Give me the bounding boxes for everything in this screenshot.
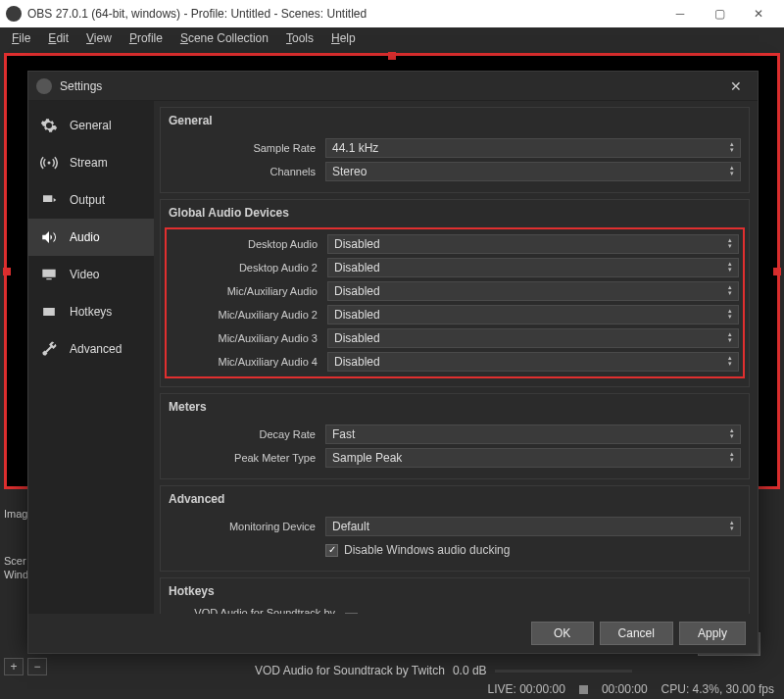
settings-dialog: Settings ✕ General Stream Output Audio xyxy=(27,71,759,654)
sidebar-item-general[interactable]: General xyxy=(28,107,154,144)
sidebar-item-video[interactable]: Video xyxy=(28,256,154,293)
sidebar-item-label: Stream xyxy=(70,156,108,170)
desktop-audio-2-label: Desktop Audio 2 xyxy=(171,262,327,274)
sidebar-item-output[interactable]: Output xyxy=(28,181,154,219)
panel-title: Meters xyxy=(161,394,749,420)
panel-general: General Sample Rate 44.1 kHz▴▾ Channels … xyxy=(160,107,750,193)
menu-scene-collection[interactable]: Scene Collection xyxy=(172,29,276,47)
menubar: File Edit View Profile Scene Collection … xyxy=(0,27,784,49)
checkbox-icon xyxy=(345,613,358,615)
resize-handle-top[interactable] xyxy=(388,52,396,60)
resize-handle-left[interactable] xyxy=(3,268,11,275)
sidebar-item-advanced[interactable]: Advanced xyxy=(28,330,154,368)
desktop-audio-select[interactable]: Disabled▴▾ xyxy=(327,234,739,254)
checkbox-icon: ✓ xyxy=(325,544,338,557)
decay-rate-select[interactable]: Fast▴▾ xyxy=(325,424,741,444)
mic-aux-3-label: Mic/Auxiliary Audio 3 xyxy=(171,332,327,344)
menu-file[interactable]: File xyxy=(4,29,38,47)
panel-meters: Meters Decay RateFast▴▾ Peak Meter TypeS… xyxy=(160,393,750,479)
gear-icon xyxy=(38,117,60,134)
maximize-button[interactable]: ▢ xyxy=(700,0,739,27)
audio-meter xyxy=(495,670,632,673)
obs-logo-icon xyxy=(6,6,22,22)
menu-help[interactable]: Help xyxy=(323,29,364,47)
sidebar-item-label: Audio xyxy=(70,230,100,244)
settings-title: Settings xyxy=(60,79,722,93)
menu-edit[interactable]: Edit xyxy=(40,29,76,47)
peak-meter-select[interactable]: Sample Peak▴▾ xyxy=(325,448,741,468)
sidebar-item-hotkeys[interactable]: Hotkeys xyxy=(28,293,154,330)
status-rec: 00:00:00 xyxy=(602,682,648,696)
cancel-button[interactable]: Cancel xyxy=(600,622,673,645)
settings-sidebar: General Stream Output Audio Video Hotkey… xyxy=(28,101,154,614)
window-titlebar: OBS 27.0.1 (64-bit, windows) - Profile: … xyxy=(0,0,784,27)
ok-button[interactable]: OK xyxy=(531,622,594,645)
settings-footer: OK Cancel Apply xyxy=(28,614,758,653)
panel-advanced: Advanced Monitoring DeviceDefault▴▾ ✓Dis… xyxy=(160,485,750,572)
peak-meter-label: Peak Meter Type xyxy=(169,452,325,464)
disable-ducking-label: Disable Windows audio ducking xyxy=(344,543,510,557)
minimize-button[interactable]: ─ xyxy=(661,0,700,27)
apply-button[interactable]: Apply xyxy=(679,622,746,645)
statusbar: LIVE: 00:00:00 00:00:00 CPU: 4.3%, 30.00… xyxy=(0,679,784,699)
vod-audio-label: VOD Audio for Soundtrack by Twitch xyxy=(169,607,345,614)
mic-aux-4-select[interactable]: Disabled▴▾ xyxy=(327,352,739,372)
channels-select[interactable]: Stereo▴▾ xyxy=(325,162,741,181)
desktop-audio-2-select[interactable]: Disabled▴▾ xyxy=(327,258,739,277)
panel-title: General xyxy=(161,108,749,133)
close-button[interactable]: ✕ xyxy=(739,0,778,27)
panel-global-audio-devices: Global Audio Devices Desktop AudioDisabl… xyxy=(160,199,750,387)
settings-close-button[interactable]: ✕ xyxy=(722,78,750,94)
antenna-icon xyxy=(38,154,60,172)
audio-mixer-db: 0.0 dB xyxy=(453,664,487,677)
add-source-button[interactable]: + xyxy=(4,658,24,675)
sidebar-item-label: Video xyxy=(70,268,99,281)
menu-profile[interactable]: Profile xyxy=(122,29,171,47)
panel-title: Advanced xyxy=(161,486,749,512)
sidebar-item-audio[interactable]: Audio xyxy=(28,219,154,256)
panel-hotkeys: Hotkeys VOD Audio for Soundtrack by Twit… xyxy=(160,577,750,614)
sidebar-item-label: Output xyxy=(70,193,105,207)
monitoring-device-select[interactable]: Default▴▾ xyxy=(325,517,741,536)
panel-title: Hotkeys xyxy=(161,578,749,604)
status-cpu: CPU: 4.3%, 30.00 fps xyxy=(662,682,774,696)
sidebar-item-stream[interactable]: Stream xyxy=(28,144,154,181)
disable-ducking-checkbox[interactable]: ✓Disable Windows audio ducking xyxy=(325,543,741,557)
monitoring-device-label: Monitoring Device xyxy=(169,521,325,532)
dock-scenes-label: Scer xyxy=(4,555,27,567)
dock-images-label: Imag xyxy=(4,508,27,520)
remove-source-button[interactable]: − xyxy=(27,658,47,675)
window-title: OBS 27.0.1 (64-bit, windows) - Profile: … xyxy=(27,7,661,21)
audio-mixer-row: VOD Audio for Soundtrack by Twitch 0.0 d… xyxy=(255,664,632,677)
dock-windows-label: Wind xyxy=(4,569,27,580)
sidebar-item-label: General xyxy=(70,119,112,132)
sample-rate-select[interactable]: 44.1 kHz▴▾ xyxy=(325,138,741,158)
output-icon xyxy=(38,191,60,209)
rec-indicator-icon xyxy=(579,685,588,694)
mic-aux-label: Mic/Auxiliary Audio xyxy=(171,285,327,297)
panel-title: Global Audio Devices xyxy=(161,200,749,225)
menu-view[interactable]: View xyxy=(78,29,120,47)
enable-ptm-checkbox[interactable]: Enable Push-to-mute xyxy=(345,612,741,614)
monitor-icon xyxy=(38,266,60,283)
menu-tools[interactable]: Tools xyxy=(278,29,321,47)
mic-aux-4-label: Mic/Auxiliary Audio 4 xyxy=(171,356,327,368)
status-live: LIVE: 00:00:00 xyxy=(487,682,564,696)
resize-handle-right[interactable] xyxy=(773,268,781,275)
channels-label: Channels xyxy=(169,166,325,177)
speaker-icon xyxy=(38,228,60,246)
mic-aux-3-select[interactable]: Disabled▴▾ xyxy=(327,328,739,348)
decay-rate-label: Decay Rate xyxy=(169,428,325,440)
audio-mixer-label: VOD Audio for Soundtrack by Twitch xyxy=(255,664,445,677)
enable-ptm-label: Enable Push-to-mute xyxy=(364,612,474,614)
keyboard-icon xyxy=(38,303,60,321)
sidebar-item-label: Hotkeys xyxy=(70,305,112,319)
desktop-audio-label: Desktop Audio xyxy=(171,238,327,250)
mic-aux-select[interactable]: Disabled▴▾ xyxy=(327,281,739,301)
mic-aux-2-select[interactable]: Disabled▴▾ xyxy=(327,305,739,325)
tools-icon xyxy=(38,340,60,358)
settings-content: General Sample Rate 44.1 kHz▴▾ Channels … xyxy=(154,101,758,614)
sample-rate-label: Sample Rate xyxy=(169,142,325,154)
sidebar-item-label: Advanced xyxy=(70,342,122,356)
settings-titlebar: Settings ✕ xyxy=(28,72,758,101)
